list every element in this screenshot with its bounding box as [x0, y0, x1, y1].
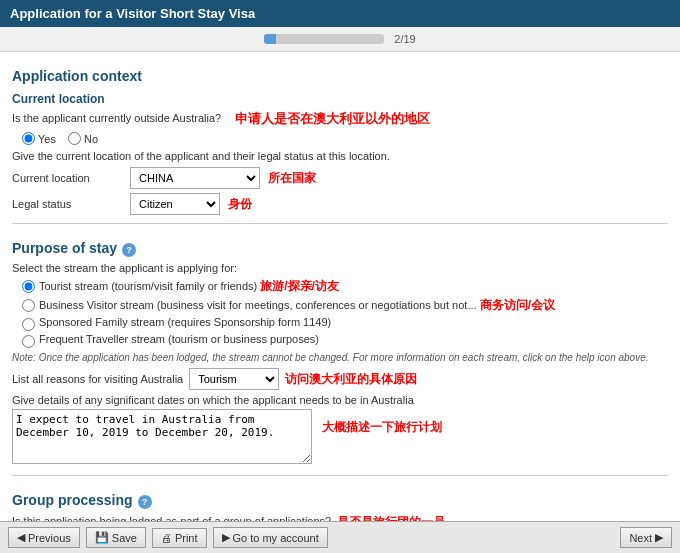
save-icon: 💾 [95, 531, 109, 544]
group-processing-title: Group processing [12, 492, 133, 508]
frequent-stream-radio[interactable] [22, 335, 35, 348]
tourist-annotation: 旅游/探亲/访友 [260, 279, 339, 293]
current-location-title: Current location [12, 92, 668, 106]
business-stream-option: Business Visitor stream (business visit … [22, 297, 668, 314]
business-stream-radio[interactable] [22, 299, 35, 312]
current-location-select[interactable]: CHINA Australia USA [130, 167, 260, 189]
previous-button[interactable]: ◀ Previous [8, 527, 80, 548]
application-context-title: Application context [12, 68, 668, 84]
dates-label: Give details of any significant dates on… [12, 394, 668, 406]
progress-bar-container: 2/19 [0, 27, 680, 52]
list-reasons-select[interactable]: Tourism Business Family Visit [189, 368, 279, 390]
go-to-my-account-label: Go to my account [233, 532, 319, 544]
purpose-help-icon[interactable]: ? [122, 243, 136, 257]
save-button[interactable]: 💾 Save [86, 527, 146, 548]
prev-icon: ◀ [17, 531, 25, 544]
frequent-stream-option: Frequent Traveller stream (tourism or bu… [22, 333, 668, 348]
outside-yes-radio[interactable] [22, 132, 35, 145]
go-to-my-account-button[interactable]: ▶ Go to my account [213, 527, 328, 548]
outside-no-radio[interactable] [68, 132, 81, 145]
dates-textarea[interactable]: I expect to travel in Australia from Dec… [12, 409, 312, 464]
list-reasons-label: List all reasons for visiting Australia [12, 373, 183, 385]
print-label: Print [175, 532, 198, 544]
tourist-stream-label: Tourist stream (tourism/visit family or … [39, 278, 339, 295]
location-desc: Give the current location of the applica… [12, 150, 668, 162]
reasons-annotation: 访问澳大利亚的具体原因 [285, 371, 417, 388]
stream-note: Note: Once the application has been lodg… [12, 352, 668, 363]
sponsored-stream-option: Sponsored Family stream (requires Sponso… [22, 316, 668, 331]
stream-options-container: Tourist stream (tourism/visit family or … [22, 278, 668, 348]
current-location-section: Current location Is the applicant curren… [12, 92, 668, 215]
sponsored-stream-radio[interactable] [22, 318, 35, 331]
sponsored-stream-label: Sponsored Family stream (requires Sponso… [39, 316, 331, 328]
outside-australia-question: Is the applicant currently outside Austr… [12, 112, 221, 124]
save-label: Save [112, 532, 137, 544]
progress-bar [264, 34, 384, 44]
next-icon: ▶ [655, 531, 663, 544]
outside-yes-label[interactable]: Yes [22, 132, 56, 145]
legal-status-select[interactable]: Citizen Permanent Resident Temporary Vis… [130, 193, 220, 215]
page-counter: 2/19 [394, 33, 415, 45]
outside-australia-annotation: 申请人是否在澳大利亚以外的地区 [235, 110, 430, 128]
print-button[interactable]: 🖨 Print [152, 528, 207, 548]
dates-annotation: 大概描述一下旅行计划 [322, 419, 442, 436]
select-stream-label: Select the stream the applicant is apply… [12, 262, 668, 274]
frequent-stream-label: Frequent Traveller stream (tourism or bu… [39, 333, 319, 345]
title-text: Application for a Visitor Short Stay Vis… [10, 6, 255, 21]
title-bar: Application for a Visitor Short Stay Vis… [0, 0, 680, 27]
legal-status-label: Legal status [12, 198, 122, 210]
purpose-of-stay-section: Purpose of stay ? Select the stream the … [12, 232, 668, 467]
status-annotation: 身份 [228, 196, 252, 213]
current-location-label: Current location [12, 172, 122, 184]
application-context-section: Application context Current location Is … [12, 68, 668, 542]
group-help-icon[interactable]: ? [138, 495, 152, 509]
print-icon: 🖨 [161, 532, 172, 544]
purpose-of-stay-title: Purpose of stay [12, 240, 117, 256]
business-annotation: 商务访问/会议 [480, 298, 555, 312]
next-label: Next [629, 532, 652, 544]
previous-label: Previous [28, 532, 71, 544]
tourist-stream-option: Tourist stream (tourism/visit family or … [22, 278, 668, 295]
tourist-stream-radio[interactable] [22, 280, 35, 293]
account-icon: ▶ [222, 531, 230, 544]
country-annotation: 所在国家 [268, 170, 316, 187]
outside-no-label[interactable]: No [68, 132, 98, 145]
bottom-bar: ◀ Previous 💾 Save 🖨 Print ▶ Go to my acc… [0, 521, 680, 553]
next-button[interactable]: Next ▶ [620, 527, 672, 548]
business-stream-label: Business Visitor stream (business visit … [39, 297, 555, 314]
